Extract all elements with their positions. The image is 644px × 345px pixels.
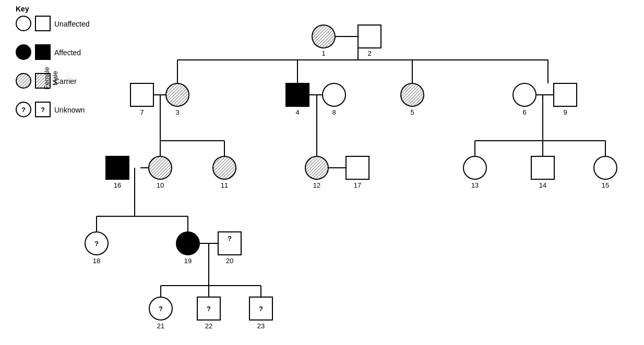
person-5-label: 5 xyxy=(410,108,414,116)
person-6-label: 6 xyxy=(522,108,526,116)
legend-unaffected-label: Unaffected xyxy=(54,20,89,28)
person-10-label: 10 xyxy=(157,181,164,189)
person-14-label: 14 xyxy=(539,181,546,189)
person-23-label: 23 xyxy=(257,322,265,330)
person-6-symbol xyxy=(513,83,536,106)
person-17-label: 17 xyxy=(354,181,361,189)
legend-unknown-circle-q: ? xyxy=(21,106,26,114)
legend-affected-square xyxy=(35,45,50,59)
person-11-label: 11 xyxy=(221,181,228,189)
person-9-symbol xyxy=(554,83,577,106)
person-4-label: 4 xyxy=(295,108,299,116)
legend-title: Key xyxy=(16,5,29,13)
person-18-label: 18 xyxy=(93,257,100,265)
person-3-label: 3 xyxy=(175,108,179,116)
legend-unaffected-circle xyxy=(16,16,31,31)
person-8-symbol xyxy=(323,83,345,106)
person-13-label: 13 xyxy=(471,181,479,189)
male-label: Male xyxy=(51,71,59,85)
legend-carrier-circle xyxy=(16,73,31,88)
person-17-symbol xyxy=(346,156,369,179)
person-20-q: ? xyxy=(228,235,232,242)
female-label: Female xyxy=(43,67,51,89)
legend-unknown-label: Unknown xyxy=(54,106,85,114)
person-16-symbol xyxy=(106,156,129,179)
person-21-q: ? xyxy=(159,305,163,313)
person-12-symbol xyxy=(305,156,328,179)
person-7-symbol xyxy=(130,83,153,106)
person-12-label: 12 xyxy=(313,181,320,189)
person-18-q: ? xyxy=(94,240,99,248)
person-2-label: 2 xyxy=(367,50,371,57)
person-13-symbol xyxy=(463,156,486,179)
person-5-symbol xyxy=(401,83,424,106)
person-7-label: 7 xyxy=(140,108,144,116)
person-22-label: 22 xyxy=(205,322,212,330)
pedigree-svg: Key Unaffected Affected Carrier ? ? Unkn… xyxy=(0,0,644,345)
person-16-label: 16 xyxy=(114,181,121,189)
legend-affected-circle xyxy=(16,45,31,59)
person-22-q: ? xyxy=(207,305,211,313)
person-23-q: ? xyxy=(259,305,263,313)
pedigree-container: Key Unaffected Affected Carrier ? ? Unkn… xyxy=(0,0,644,345)
person-4-symbol xyxy=(286,83,309,106)
person-2-symbol xyxy=(358,25,381,48)
person-1-symbol xyxy=(312,25,335,48)
person-19-symbol xyxy=(176,232,199,255)
person-8-label: 8 xyxy=(332,108,336,116)
person-3-symbol xyxy=(166,83,189,106)
person-21-label: 21 xyxy=(157,322,164,330)
legend-unknown-square-q: ? xyxy=(41,106,45,114)
person-15-label: 15 xyxy=(602,181,609,189)
person-19-label: 19 xyxy=(184,257,192,265)
person-14-symbol xyxy=(531,156,554,179)
person-11-symbol xyxy=(213,156,236,179)
person-9-label: 9 xyxy=(563,108,567,116)
legend-affected-label: Affected xyxy=(54,48,81,57)
person-10-symbol xyxy=(149,156,172,179)
legend-unaffected-square xyxy=(35,16,50,31)
person-15-symbol xyxy=(594,156,617,179)
person-1-label: 1 xyxy=(321,50,325,57)
person-20-label: 20 xyxy=(226,257,233,265)
